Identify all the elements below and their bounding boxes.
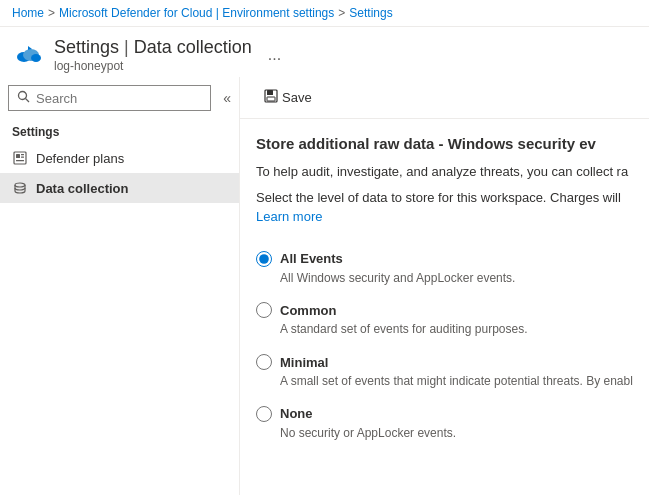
svg-rect-7 — [21, 154, 24, 155]
sidebar: « Settings Defender plans — [0, 77, 240, 495]
resource-name: log-honeypot — [54, 59, 123, 73]
svg-rect-8 — [21, 157, 24, 158]
radio-minimal-desc: A small set of events that might indicat… — [280, 373, 633, 390]
radio-group: All Events All Windows security and AppL… — [256, 243, 633, 450]
save-label: Save — [282, 90, 312, 105]
svg-rect-6 — [16, 154, 20, 158]
radio-all-events-desc: All Windows security and AppLocker event… — [280, 270, 633, 287]
search-box[interactable] — [8, 85, 211, 111]
layout: « Settings Defender plans — [0, 77, 649, 495]
svg-rect-5 — [14, 152, 26, 164]
sidebar-item-data-collection[interactable]: Data collection — [0, 173, 239, 203]
page-header: Settings | Data collection log-honeypot … — [0, 27, 649, 77]
search-icon — [17, 90, 30, 106]
defender-plans-label: Defender plans — [36, 151, 124, 166]
header-icon — [12, 39, 44, 71]
radio-all-events[interactable] — [256, 251, 272, 267]
description-line2: Select the level of data to store for th… — [256, 188, 633, 227]
breadcrumb-settings[interactable]: Settings — [349, 6, 392, 20]
floppy-icon — [264, 89, 278, 106]
radio-common-label[interactable]: Common — [280, 303, 336, 318]
svg-rect-13 — [267, 97, 275, 101]
svg-rect-9 — [16, 160, 24, 161]
ellipsis-button[interactable]: ... — [268, 46, 281, 64]
description-line1: To help audit, investigate, and analyze … — [256, 162, 633, 182]
radio-none-label[interactable]: None — [280, 406, 313, 421]
main-content: Save Store additional raw data - Windows… — [240, 77, 649, 495]
search-input[interactable] — [36, 91, 202, 106]
svg-point-10 — [15, 183, 25, 187]
radio-common-desc: A standard set of events for auditing pu… — [280, 321, 633, 338]
breadcrumb-home[interactable]: Home — [12, 6, 44, 20]
save-button[interactable]: Save — [256, 85, 320, 110]
radio-none[interactable] — [256, 406, 272, 422]
radio-all-events-label[interactable]: All Events — [280, 251, 343, 266]
sidebar-section-label: Settings — [0, 119, 239, 143]
radio-common[interactable] — [256, 302, 272, 318]
radio-option-all-events: All Events All Windows security and AppL… — [256, 243, 633, 295]
learn-more-link[interactable]: Learn more — [256, 209, 322, 224]
svg-point-3 — [19, 92, 27, 100]
data-collection-label: Data collection — [36, 181, 128, 196]
svg-point-2 — [31, 54, 41, 62]
svg-line-4 — [26, 99, 30, 103]
radio-minimal[interactable] — [256, 354, 272, 370]
breadcrumb-defender[interactable]: Microsoft Defender for Cloud | Environme… — [59, 6, 334, 20]
radio-option-minimal: Minimal A small set of events that might… — [256, 346, 633, 398]
collapse-button[interactable]: « — [219, 86, 235, 110]
content-area: Store additional raw data - Windows secu… — [240, 119, 649, 466]
radio-none-desc: No security or AppLocker events. — [280, 425, 633, 442]
section-title: Store additional raw data - Windows secu… — [256, 135, 633, 152]
page-title: Settings | Data collection — [54, 37, 252, 58]
radio-minimal-label[interactable]: Minimal — [280, 355, 328, 370]
svg-rect-12 — [267, 90, 273, 95]
defender-plans-icon — [12, 150, 28, 166]
radio-option-common: Common A standard set of events for audi… — [256, 294, 633, 346]
cloud-shield-icon — [14, 44, 42, 66]
page-header-text: Settings | Data collection log-honeypot — [54, 37, 252, 73]
sidebar-item-defender-plans[interactable]: Defender plans — [0, 143, 239, 173]
breadcrumb: Home > Microsoft Defender for Cloud | En… — [0, 0, 649, 27]
toolbar: Save — [240, 77, 649, 119]
data-collection-icon — [12, 180, 28, 196]
radio-option-none: None No security or AppLocker events. — [256, 398, 633, 450]
